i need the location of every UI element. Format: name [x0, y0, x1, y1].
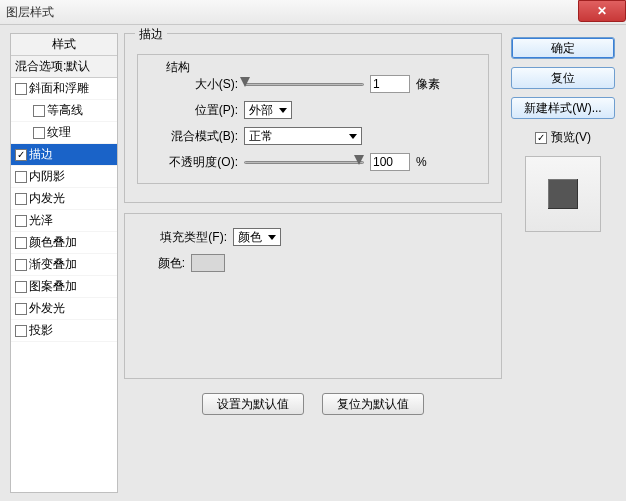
size-label: 大小(S): [148, 76, 238, 93]
opacity-row: 不透明度(O): % [148, 149, 478, 175]
opacity-slider[interactable] [244, 155, 364, 169]
fill-type-select[interactable]: 颜色 [233, 228, 281, 246]
style-item-stroke[interactable]: 描边 [11, 144, 117, 166]
blend-label: 混合模式(B): [148, 128, 238, 145]
checkbox[interactable] [15, 259, 27, 271]
color-label: 颜色: [137, 255, 185, 272]
defaults-buttons: 设置为默认值 复位为默认值 [124, 393, 502, 415]
blend-options-label: 混合选项:默认 [15, 58, 90, 75]
window-title: 图层样式 [6, 4, 54, 21]
structure-legend: 结构 [162, 59, 194, 76]
blend-options-row[interactable]: 混合选项:默认 [11, 56, 117, 78]
title-bar: 图层样式 ✕ [0, 0, 626, 25]
blend-select[interactable]: 正常 [244, 127, 362, 145]
style-item-drop-shadow[interactable]: 投影 [11, 320, 117, 342]
button-label: 确定 [551, 40, 575, 57]
checkbox[interactable] [33, 105, 45, 117]
position-label: 位置(P): [148, 102, 238, 119]
slider-track [244, 83, 364, 86]
style-item-label: 斜面和浮雕 [29, 80, 89, 97]
style-item-texture[interactable]: 纹理 [11, 122, 117, 144]
checkbox[interactable] [15, 193, 27, 205]
slider-thumb[interactable] [354, 155, 364, 165]
button-label: 新建样式(W)... [524, 100, 601, 117]
style-item-label: 纹理 [47, 124, 71, 141]
size-input[interactable] [370, 75, 410, 93]
checkbox[interactable] [15, 303, 27, 315]
preview-checkbox[interactable] [535, 132, 547, 144]
style-item-label: 颜色叠加 [29, 234, 77, 251]
size-row: 大小(S): 像素 [148, 71, 478, 97]
style-item-label: 内阴影 [29, 168, 65, 185]
structure-fieldset: 结构 大小(S): 像素 位置(P): 外部 [137, 54, 489, 184]
stroke-fieldset: 描边 结构 大小(S): 像素 位置(P): 外部 [124, 33, 502, 203]
style-item-label: 图案叠加 [29, 278, 77, 295]
preview-swatch [548, 179, 578, 209]
size-unit: 像素 [416, 76, 440, 93]
position-value: 外部 [249, 102, 273, 119]
style-item-pattern-overlay[interactable]: 图案叠加 [11, 276, 117, 298]
styles-list: 混合选项:默认 斜面和浮雕 等高线 纹理 描边 内阴影 [11, 56, 117, 342]
position-select[interactable]: 外部 [244, 101, 292, 119]
stroke-legend: 描边 [135, 26, 167, 43]
styles-header: 样式 [11, 34, 117, 56]
preview-box [525, 156, 601, 232]
blend-row: 混合模式(B): 正常 [148, 123, 478, 149]
checkbox[interactable] [15, 83, 27, 95]
opacity-input[interactable] [370, 153, 410, 171]
right-column: 确定 复位 新建样式(W)... 预览(V) [508, 33, 618, 493]
close-button[interactable]: ✕ [578, 0, 626, 22]
color-swatch[interactable] [191, 254, 225, 272]
button-label: 设置为默认值 [217, 396, 289, 413]
style-item-outer-glow[interactable]: 外发光 [11, 298, 117, 320]
style-item-bevel[interactable]: 斜面和浮雕 [11, 78, 117, 100]
reset-default-button[interactable]: 复位为默认值 [322, 393, 424, 415]
fill-fieldset: 填充类型(F): 颜色 颜色: [124, 213, 502, 379]
ok-button[interactable]: 确定 [511, 37, 615, 59]
color-row: 颜色: [137, 250, 489, 276]
style-item-label: 描边 [29, 146, 53, 163]
fill-type-row: 填充类型(F): 颜色 [137, 224, 489, 250]
style-item-color-overlay[interactable]: 颜色叠加 [11, 232, 117, 254]
style-item-gradient-overlay[interactable]: 渐变叠加 [11, 254, 117, 276]
make-default-button[interactable]: 设置为默认值 [202, 393, 304, 415]
checkbox[interactable] [15, 171, 27, 183]
style-item-label: 内发光 [29, 190, 65, 207]
style-item-label: 等高线 [47, 102, 83, 119]
checkbox[interactable] [15, 237, 27, 249]
checkbox[interactable] [15, 325, 27, 337]
slider-track [244, 161, 364, 164]
position-row: 位置(P): 外部 [148, 97, 478, 123]
fill-type-value: 颜色 [238, 229, 262, 246]
style-item-label: 渐变叠加 [29, 256, 77, 273]
checkbox[interactable] [15, 149, 27, 161]
style-item-label: 投影 [29, 322, 53, 339]
preview-label: 预览(V) [551, 129, 591, 146]
button-label: 复位 [551, 70, 575, 87]
checkbox[interactable] [15, 215, 27, 227]
dialog-body: 样式 混合选项:默认 斜面和浮雕 等高线 纹理 描边 [0, 25, 626, 501]
new-style-button[interactable]: 新建样式(W)... [511, 97, 615, 119]
close-icon: ✕ [597, 4, 607, 18]
size-slider[interactable] [244, 77, 364, 91]
style-item-label: 光泽 [29, 212, 53, 229]
slider-thumb[interactable] [240, 77, 250, 87]
button-label: 复位为默认值 [337, 396, 409, 413]
opacity-label: 不透明度(O): [148, 154, 238, 171]
checkbox[interactable] [33, 127, 45, 139]
styles-panel: 样式 混合选项:默认 斜面和浮雕 等高线 纹理 描边 [10, 33, 118, 493]
cancel-button[interactable]: 复位 [511, 67, 615, 89]
checkbox[interactable] [15, 281, 27, 293]
opacity-unit: % [416, 155, 427, 169]
style-item-label: 外发光 [29, 300, 65, 317]
style-item-inner-shadow[interactable]: 内阴影 [11, 166, 117, 188]
settings-area: 描边 结构 大小(S): 像素 位置(P): 外部 [124, 33, 502, 493]
style-item-satin[interactable]: 光泽 [11, 210, 117, 232]
fill-type-label: 填充类型(F): [137, 229, 227, 246]
preview-check-row: 预览(V) [535, 129, 591, 146]
blend-value: 正常 [249, 128, 273, 145]
style-item-contour[interactable]: 等高线 [11, 100, 117, 122]
style-item-inner-glow[interactable]: 内发光 [11, 188, 117, 210]
